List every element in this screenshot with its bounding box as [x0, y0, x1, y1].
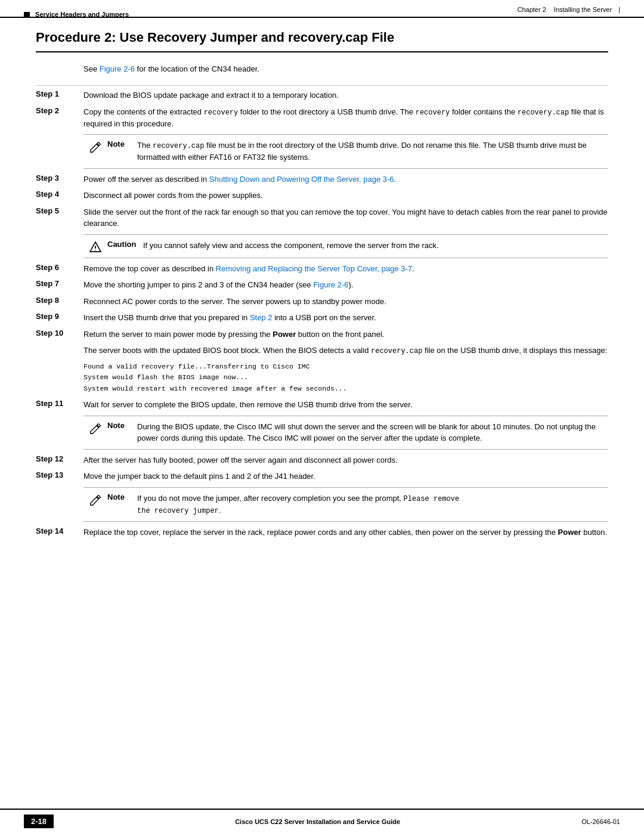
step-9-content: Insert the USB thumb drive that you prep… — [83, 312, 608, 324]
step-5-row: Step 5 Slide the server out the front of… — [36, 206, 608, 230]
step-8-row: Step 8 Reconnect AC power cords to the s… — [36, 296, 608, 308]
note-2-label: Note — [107, 421, 137, 430]
step-8-label: Step 8 — [36, 296, 83, 305]
caution-1-content: If you cannot safely view and access the… — [143, 240, 608, 252]
step-6-label: Step 6 — [36, 263, 83, 272]
step-7-link[interactable]: Figure 2-6 — [313, 280, 348, 289]
caution-icon — [83, 240, 107, 253]
intro-text: See Figure 2-6 for the location of the C… — [83, 64, 608, 73]
code-block: Found a valid recovery file...Transferri… — [83, 361, 608, 394]
footer-guide-title: Cisco UCS C22 Server Installation and Se… — [235, 818, 400, 825]
step-5-content: Slide the server out the front of the ra… — [83, 206, 608, 230]
caution-1-label: Caution — [107, 240, 143, 249]
step-11-label: Step 11 — [36, 399, 83, 408]
step-1-label: Step 1 — [36, 89, 83, 98]
step-10-content: Return the server to main power mode by … — [83, 329, 608, 340]
step-13-label: Step 13 — [36, 470, 83, 479]
step-6-link[interactable]: Removing and Replacing the Server Top Co… — [216, 264, 412, 273]
step-11-content: Wait for server to complete the BIOS upd… — [83, 399, 608, 411]
page-container: Service Headers and Jumpers Chapter 2 In… — [0, 0, 644, 833]
header-chapter: Chapter 2 Installing the Server | — [511, 6, 620, 13]
note-1-box: Note The recovery.cap file must be in th… — [83, 134, 608, 169]
step-14-row: Step 14 Replace the top cover, replace t… — [36, 527, 608, 538]
procedure-title: Procedure 2: Use Recovery Jumper and rec… — [36, 30, 608, 52]
note-2-icon — [83, 421, 107, 435]
step-2-label: Step 2 — [36, 106, 83, 115]
step-9-link[interactable]: Step 2 — [250, 313, 273, 322]
step-1-row: Step 1 Download the BIOS update package … — [36, 89, 608, 101]
note-2-content: During the BIOS update, the Cisco IMC wi… — [137, 421, 608, 444]
step-3-link[interactable]: Shutting Down and Powering Off the Serve… — [209, 175, 394, 184]
step-3-content: Power off the server as described in Shu… — [83, 174, 608, 185]
step-3-row: Step 3 Power off the server as described… — [36, 174, 608, 185]
page-number: 2-18 — [24, 815, 54, 828]
step-10-row: Step 10 Return the server to main power … — [36, 329, 608, 340]
step-14-content: Replace the top cover, replace the serve… — [83, 527, 608, 538]
note-3-label: Note — [107, 493, 137, 501]
step-4-row: Step 4 Disconnect all power cords from t… — [36, 190, 608, 202]
step-10-continuation: The server boots with the updated BIOS b… — [36, 345, 608, 357]
step-7-label: Step 7 — [36, 279, 83, 288]
step-4-content: Disconnect all power cords from the powe… — [83, 190, 608, 202]
step-13-row: Step 13 Move the jumper back to the defa… — [36, 470, 608, 482]
step-2-row: Step 2 Copy the contents of the extracte… — [36, 106, 608, 130]
page-footer: 2-18 Cisco UCS C22 Server Installation a… — [0, 809, 644, 833]
step-1-content: Download the BIOS update package and ext… — [83, 89, 608, 101]
step-14-label: Step 14 — [36, 527, 83, 535]
step-7-row: Step 7 Move the shorting jumper to pins … — [36, 279, 608, 291]
note-1-label: Note — [107, 140, 137, 148]
svg-point-1 — [95, 249, 95, 250]
step-9-label: Step 9 — [36, 312, 83, 321]
breadcrumb: Service Headers and Jumpers — [24, 11, 129, 18]
footer-doc-number: OL-26646-01 — [581, 818, 620, 825]
step-12-label: Step 12 — [36, 454, 83, 463]
step-12-row: Step 12 After the server has fully boote… — [36, 454, 608, 466]
note-1-icon — [83, 140, 107, 154]
caution-1-box: Caution If you cannot safely view and ac… — [83, 234, 608, 258]
step-11-row: Step 11 Wait for server to complete the … — [36, 399, 608, 411]
step-8-content: Reconnect AC power cords to the server. … — [83, 296, 608, 308]
figure-2-6-link-intro[interactable]: Figure 2-6 — [100, 64, 135, 73]
step-9-row: Step 9 Insert the USB thumb drive that y… — [36, 312, 608, 324]
note-3-content: If you do not move the jumper, after rec… — [137, 493, 608, 516]
step-6-content: Remove the top cover as described in Rem… — [83, 263, 608, 275]
step-6-row: Step 6 Remove the top cover as described… — [36, 263, 608, 275]
main-content: Procedure 2: Use Recovery Jumper and rec… — [0, 18, 644, 809]
step-10-label: Step 10 — [36, 329, 83, 337]
note-1-content: The recovery.cap file must be in the roo… — [137, 140, 608, 163]
note-3-box: Note If you do not move the jumper, afte… — [83, 487, 608, 522]
note-3-icon — [83, 493, 107, 507]
step-12-content: After the server has fully booted, power… — [83, 454, 608, 466]
step-2-content: Copy the contents of the extracted recov… — [83, 106, 608, 130]
step-4-label: Step 4 — [36, 190, 83, 199]
step-5-label: Step 5 — [36, 206, 83, 215]
step-10-boot-text: The server boots with the updated BIOS b… — [83, 345, 608, 357]
page-header: Service Headers and Jumpers Chapter 2 In… — [0, 0, 644, 18]
step-7-content: Move the shorting jumper to pins 2 and 3… — [83, 279, 608, 291]
step-3-label: Step 3 — [36, 174, 83, 182]
step-13-content: Move the jumper back to the default pins… — [83, 470, 608, 482]
note-2-box: Note During the BIOS update, the Cisco I… — [83, 416, 608, 450]
